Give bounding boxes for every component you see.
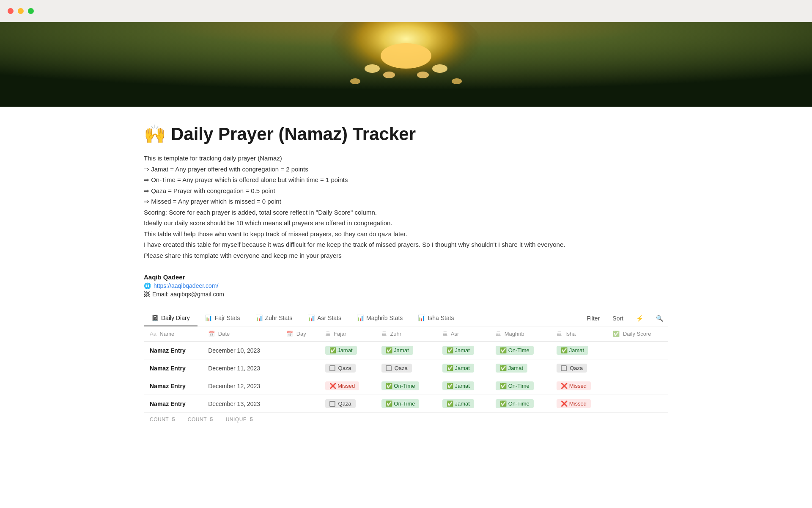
tab-asr-icon: 📊 [307, 315, 315, 321]
table-wrapper: Aa Name 📅 Date 📅 Day 🏛 Fajar [144, 326, 668, 426]
name-col-icon: Aa [150, 331, 156, 337]
author-url[interactable]: 🌐 https://aaqibqadeer.com/ [144, 282, 668, 289]
svg-point-7 [350, 78, 360, 84]
footer-count-2: COUNT 5 [188, 417, 213, 422]
desc-line-2: ⇒ Jamat = Any prayer offered with congre… [144, 164, 668, 175]
filter-button[interactable]: Filter [583, 312, 603, 324]
tab-fajr-icon: 📊 [205, 315, 212, 321]
tab-zuhr-label: Zuhr Stats [265, 315, 293, 321]
cell-asr-0[interactable]: ✅ Jamat [436, 342, 490, 359]
tab-isha-stats[interactable]: 📊 Isha Stats [410, 310, 461, 326]
tab-daily-diary-icon: 📓 [151, 315, 159, 321]
title-text: Daily Prayer (Namaz) Tracker [171, 124, 416, 144]
tab-maghrib-stats[interactable]: 📊 Maghrib Stats [349, 310, 410, 326]
cell-zuhr-1[interactable]: Qaza [376, 359, 436, 377]
tab-daily-diary[interactable]: 📓 Daily Diary [144, 310, 198, 326]
cell-name-1[interactable]: Namaz Entry [144, 359, 202, 377]
score-col-icon: ✅ [613, 331, 620, 337]
cell-maghrib-1[interactable]: ✅ Jamat [490, 359, 551, 377]
tab-isha-label: Isha Stats [428, 315, 454, 321]
cell-zuhr-2[interactable]: ✅ On-Time [376, 377, 436, 395]
globe-icon: 🌐 [144, 282, 151, 289]
email-icon: 🖼 [144, 291, 150, 298]
cell-fajr-2[interactable]: ❌ Missed [319, 377, 376, 395]
tab-fajr-stats[interactable]: 📊 Fajr Stats [198, 310, 248, 326]
col-header-day: 📅 Day [280, 326, 319, 342]
cell-maghrib-2[interactable]: ✅ On-Time [490, 377, 551, 395]
cell-asr-3[interactable]: ✅ Jamat [436, 395, 490, 413]
cell-date-3: December 13, 2023 [202, 395, 280, 413]
cell-isha-0[interactable]: ✅ Jamat [551, 342, 607, 359]
cell-score-3 [607, 395, 668, 413]
svg-point-8 [452, 78, 462, 84]
author-name: Aaqib Qadeer [144, 273, 668, 281]
sort-button[interactable]: Sort [609, 312, 627, 324]
maghrib-col-icon: 🏛 [496, 331, 501, 337]
cell-name-2[interactable]: Namaz Entry [144, 377, 202, 395]
desc-line-1: This is template for tracking daily pray… [144, 153, 668, 164]
tabs-right: Filter Sort ⚡ 🔍 [583, 312, 668, 324]
search-button[interactable]: 🔍 [653, 312, 667, 324]
col-header-isha: 🏛 Isha [551, 326, 607, 342]
tab-daily-diary-label: Daily Diary [161, 315, 190, 321]
cell-day-0 [280, 342, 319, 359]
table-row: Namaz Entry December 10, 2023 ✅ Jamat ✅ … [144, 342, 668, 359]
maghrib-col-label: Maghrib [505, 331, 524, 337]
cell-asr-2[interactable]: ✅ Jamat [436, 377, 490, 395]
cell-date-0: December 10, 2023 [202, 342, 280, 359]
cell-name-3[interactable]: Namaz Entry [144, 395, 202, 413]
minimize-button[interactable] [18, 8, 24, 14]
hero-banner [0, 22, 812, 107]
cell-score-2 [607, 377, 668, 395]
tab-asr-stats[interactable]: 📊 Asr Stats [300, 310, 349, 326]
tab-zuhr-stats[interactable]: 📊 Zuhr Stats [248, 310, 300, 326]
cell-isha-2[interactable]: ❌ Missed [551, 377, 607, 395]
cell-maghrib-3[interactable]: ✅ On-Time [490, 395, 551, 413]
isha-col-label: Isha [565, 331, 576, 337]
cell-isha-1[interactable]: Qaza [551, 359, 607, 377]
col-header-asr: 🏛 Asr [436, 326, 490, 342]
cell-zuhr-3[interactable]: ✅ On-Time [376, 395, 436, 413]
cell-name-0[interactable]: Namaz Entry [144, 342, 202, 359]
desc-line-9: I have created this table for myself bec… [144, 239, 668, 250]
tab-isha-icon: 📊 [418, 315, 425, 321]
desc-line-6: Scoring: Score for each prayer is added,… [144, 207, 668, 218]
maximize-button[interactable] [28, 8, 34, 14]
fajr-col-label: Fajar [334, 331, 346, 337]
cell-score-1 [607, 359, 668, 377]
col-header-daily-score: ✅ Daily Score [607, 326, 668, 342]
title-emoji: 🙌 [144, 124, 166, 144]
cell-isha-3[interactable]: ❌ Missed [551, 395, 607, 413]
chandelier-svg [0, 22, 812, 107]
tab-maghrib-label: Maghrib Stats [366, 315, 403, 321]
table-header-row: Aa Name 📅 Date 📅 Day 🏛 Fajar [144, 326, 668, 342]
asr-col-label: Asr [451, 331, 459, 337]
svg-point-5 [383, 72, 395, 78]
page-title: 🙌 Daily Prayer (Namaz) Tracker [144, 124, 668, 144]
col-header-maghrib: 🏛 Maghrib [490, 326, 551, 342]
svg-point-6 [417, 72, 429, 78]
zuhr-col-label: Zuhr [390, 331, 401, 337]
desc-line-5: ⇒ Missed = Any prayer which is missed = … [144, 196, 668, 207]
cell-score-0 [607, 342, 668, 359]
author-section: Aaqib Qadeer 🌐 https://aaqibqadeer.com/ … [144, 273, 668, 298]
cell-maghrib-0[interactable]: ✅ On-Time [490, 342, 551, 359]
table-row: Namaz Entry December 11, 2023 Qaza Qaza … [144, 359, 668, 377]
cell-date-2: December 12, 2023 [202, 377, 280, 395]
cell-zuhr-0[interactable]: ✅ Jamat [376, 342, 436, 359]
table-row: Namaz Entry December 13, 2023 Qaza ✅ On-… [144, 395, 668, 413]
cell-fajr-0[interactable]: ✅ Jamat [319, 342, 376, 359]
table-row: Namaz Entry December 12, 2023 ❌ Missed ✅… [144, 377, 668, 395]
isha-col-icon: 🏛 [557, 331, 562, 337]
lightning-button[interactable]: ⚡ [633, 312, 647, 324]
cell-fajr-3[interactable]: Qaza [319, 395, 376, 413]
cell-fajr-1[interactable]: Qaza [319, 359, 376, 377]
tabs-left: 📓 Daily Diary 📊 Fajr Stats 📊 Zuhr Stats … [144, 310, 583, 326]
footer-count-3: UNIQUE 5 [226, 417, 253, 422]
close-button[interactable] [8, 8, 14, 14]
author-url-text[interactable]: https://aaqibqadeer.com/ [154, 282, 218, 289]
col-header-zuhr: 🏛 Zuhr [376, 326, 436, 342]
cell-asr-1[interactable]: ✅ Jamat [436, 359, 490, 377]
author-email: 🖼 Email: aaqibqs@gmail.com [144, 291, 668, 298]
desc-line-10: Please share this template with everyone… [144, 250, 668, 261]
